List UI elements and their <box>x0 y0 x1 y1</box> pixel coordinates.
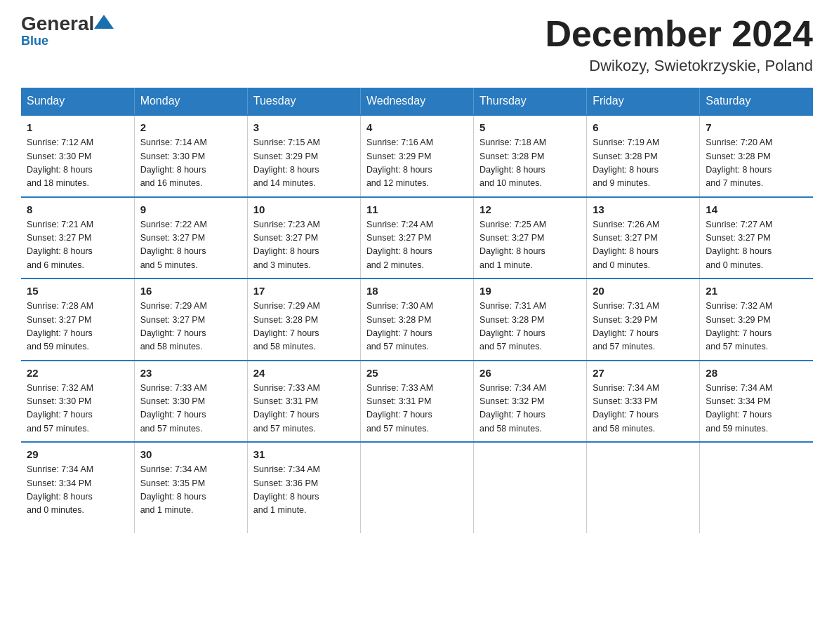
day-number: 21 <box>706 285 807 297</box>
day-number: 8 <box>27 203 128 215</box>
calendar-cell: 22Sunrise: 7:32 AM Sunset: 3:30 PM Dayli… <box>21 361 134 443</box>
day-info: Sunrise: 7:23 AM Sunset: 3:27 PM Dayligh… <box>253 218 355 273</box>
day-info: Sunrise: 7:18 AM Sunset: 3:28 PM Dayligh… <box>479 136 581 191</box>
calendar-cell: 16Sunrise: 7:29 AM Sunset: 3:27 PM Dayli… <box>134 279 247 361</box>
day-info: Sunrise: 7:33 AM Sunset: 3:30 PM Dayligh… <box>140 382 241 436</box>
calendar-cell: 8Sunrise: 7:21 AM Sunset: 3:27 PM Daylig… <box>21 197 134 279</box>
calendar-table: SundayMondayTuesdayWednesdayThursdayFrid… <box>21 88 813 533</box>
calendar-cell: 18Sunrise: 7:30 AM Sunset: 3:28 PM Dayli… <box>360 279 473 361</box>
title-block: December 2024 Dwikozy, Swietokrzyskie, P… <box>545 14 813 75</box>
calendar-cell: 3Sunrise: 7:15 AM Sunset: 3:29 PM Daylig… <box>247 115 360 197</box>
calendar-cell: 27Sunrise: 7:34 AM Sunset: 3:33 PM Dayli… <box>587 361 700 443</box>
day-info: Sunrise: 7:34 AM Sunset: 3:32 PM Dayligh… <box>479 382 581 436</box>
day-info: Sunrise: 7:32 AM Sunset: 3:30 PM Dayligh… <box>27 382 128 436</box>
day-info: Sunrise: 7:24 AM Sunset: 3:27 PM Dayligh… <box>366 218 468 273</box>
day-number: 5 <box>479 121 581 133</box>
calendar-cell: 31Sunrise: 7:34 AM Sunset: 3:36 PM Dayli… <box>247 442 360 533</box>
day-info: Sunrise: 7:30 AM Sunset: 3:28 PM Dayligh… <box>366 300 468 354</box>
day-number: 3 <box>253 121 355 133</box>
day-number: 9 <box>140 203 241 215</box>
day-number: 26 <box>479 367 581 379</box>
day-info: Sunrise: 7:29 AM Sunset: 3:28 PM Dayligh… <box>253 300 355 354</box>
column-header-thursday: Thursday <box>474 88 587 115</box>
day-number: 22 <box>27 367 128 379</box>
logo-blue: Blue <box>21 34 48 48</box>
day-info: Sunrise: 7:21 AM Sunset: 3:27 PM Dayligh… <box>27 218 128 273</box>
calendar-cell: 12Sunrise: 7:25 AM Sunset: 3:27 PM Dayli… <box>474 197 587 279</box>
calendar-cell: 17Sunrise: 7:29 AM Sunset: 3:28 PM Dayli… <box>247 279 360 361</box>
calendar-cell: 15Sunrise: 7:28 AM Sunset: 3:27 PM Dayli… <box>21 279 134 361</box>
column-header-friday: Friday <box>587 88 700 115</box>
day-info: Sunrise: 7:34 AM Sunset: 3:33 PM Dayligh… <box>593 382 694 436</box>
day-info: Sunrise: 7:32 AM Sunset: 3:29 PM Dayligh… <box>706 300 807 354</box>
calendar-cell: 24Sunrise: 7:33 AM Sunset: 3:31 PM Dayli… <box>247 361 360 443</box>
column-header-saturday: Saturday <box>700 88 813 115</box>
day-info: Sunrise: 7:33 AM Sunset: 3:31 PM Dayligh… <box>366 382 468 436</box>
day-info: Sunrise: 7:31 AM Sunset: 3:29 PM Dayligh… <box>593 300 694 354</box>
day-number: 7 <box>706 121 807 133</box>
page-subtitle: Dwikozy, Swietokrzyskie, Poland <box>545 57 813 75</box>
calendar-cell: 30Sunrise: 7:34 AM Sunset: 3:35 PM Dayli… <box>134 442 247 533</box>
calendar-cell: 13Sunrise: 7:26 AM Sunset: 3:27 PM Dayli… <box>587 197 700 279</box>
calendar-cell <box>474 442 587 533</box>
day-info: Sunrise: 7:34 AM Sunset: 3:34 PM Dayligh… <box>706 382 807 436</box>
day-number: 28 <box>706 367 807 379</box>
day-info: Sunrise: 7:28 AM Sunset: 3:27 PM Dayligh… <box>27 300 128 354</box>
calendar-week-row: 1Sunrise: 7:12 AM Sunset: 3:30 PM Daylig… <box>21 115 813 197</box>
day-info: Sunrise: 7:19 AM Sunset: 3:28 PM Dayligh… <box>593 136 694 191</box>
day-info: Sunrise: 7:34 AM Sunset: 3:35 PM Dayligh… <box>140 463 241 518</box>
calendar-cell: 10Sunrise: 7:23 AM Sunset: 3:27 PM Dayli… <box>247 197 360 279</box>
calendar-cell <box>587 442 700 533</box>
day-info: Sunrise: 7:20 AM Sunset: 3:28 PM Dayligh… <box>706 136 807 191</box>
calendar-cell: 6Sunrise: 7:19 AM Sunset: 3:28 PM Daylig… <box>587 115 700 197</box>
column-header-sunday: Sunday <box>21 88 134 115</box>
calendar-cell: 29Sunrise: 7:34 AM Sunset: 3:34 PM Dayli… <box>21 442 134 533</box>
calendar-week-row: 8Sunrise: 7:21 AM Sunset: 3:27 PM Daylig… <box>21 197 813 279</box>
day-number: 23 <box>140 367 241 379</box>
calendar-cell: 9Sunrise: 7:22 AM Sunset: 3:27 PM Daylig… <box>134 197 247 279</box>
day-number: 11 <box>366 203 468 215</box>
calendar-cell: 2Sunrise: 7:14 AM Sunset: 3:30 PM Daylig… <box>134 115 247 197</box>
day-number: 4 <box>366 121 468 133</box>
day-number: 19 <box>479 285 581 297</box>
day-info: Sunrise: 7:31 AM Sunset: 3:28 PM Dayligh… <box>479 300 581 354</box>
day-number: 29 <box>27 448 128 460</box>
day-info: Sunrise: 7:12 AM Sunset: 3:30 PM Dayligh… <box>27 136 128 191</box>
day-number: 15 <box>27 285 128 297</box>
calendar-cell: 20Sunrise: 7:31 AM Sunset: 3:29 PM Dayli… <box>587 279 700 361</box>
svg-marker-0 <box>94 15 114 29</box>
day-number: 30 <box>140 448 241 460</box>
day-number: 2 <box>140 121 241 133</box>
day-number: 27 <box>593 367 694 379</box>
day-number: 12 <box>479 203 581 215</box>
day-info: Sunrise: 7:26 AM Sunset: 3:27 PM Dayligh… <box>593 218 694 273</box>
day-info: Sunrise: 7:27 AM Sunset: 3:27 PM Dayligh… <box>706 218 807 273</box>
day-number: 31 <box>253 448 355 460</box>
day-number: 18 <box>366 285 468 297</box>
logo-triangle-icon <box>94 15 114 30</box>
day-number: 25 <box>366 367 468 379</box>
day-info: Sunrise: 7:15 AM Sunset: 3:29 PM Dayligh… <box>253 136 355 191</box>
day-number: 10 <box>253 203 355 215</box>
calendar-cell: 14Sunrise: 7:27 AM Sunset: 3:27 PM Dayli… <box>700 197 813 279</box>
day-number: 14 <box>706 203 807 215</box>
calendar-cell: 7Sunrise: 7:20 AM Sunset: 3:28 PM Daylig… <box>700 115 813 197</box>
calendar-cell: 21Sunrise: 7:32 AM Sunset: 3:29 PM Dayli… <box>700 279 813 361</box>
day-number: 16 <box>140 285 241 297</box>
logo-general: General <box>21 13 94 34</box>
calendar-cell: 1Sunrise: 7:12 AM Sunset: 3:30 PM Daylig… <box>21 115 134 197</box>
day-info: Sunrise: 7:14 AM Sunset: 3:30 PM Dayligh… <box>140 136 241 191</box>
calendar-week-row: 29Sunrise: 7:34 AM Sunset: 3:34 PM Dayli… <box>21 442 813 533</box>
calendar-cell: 19Sunrise: 7:31 AM Sunset: 3:28 PM Dayli… <box>474 279 587 361</box>
calendar-header-row: SundayMondayTuesdayWednesdayThursdayFrid… <box>21 88 813 115</box>
day-number: 17 <box>253 285 355 297</box>
calendar-cell: 26Sunrise: 7:34 AM Sunset: 3:32 PM Dayli… <box>474 361 587 443</box>
calendar-week-row: 15Sunrise: 7:28 AM Sunset: 3:27 PM Dayli… <box>21 279 813 361</box>
logo-text: General <box>21 14 114 34</box>
calendar-body: 1Sunrise: 7:12 AM Sunset: 3:30 PM Daylig… <box>21 115 813 533</box>
day-info: Sunrise: 7:22 AM Sunset: 3:27 PM Dayligh… <box>140 218 241 273</box>
calendar-cell: 5Sunrise: 7:18 AM Sunset: 3:28 PM Daylig… <box>474 115 587 197</box>
day-number: 13 <box>593 203 694 215</box>
day-info: Sunrise: 7:33 AM Sunset: 3:31 PM Dayligh… <box>253 382 355 436</box>
day-info: Sunrise: 7:34 AM Sunset: 3:36 PM Dayligh… <box>253 463 355 518</box>
